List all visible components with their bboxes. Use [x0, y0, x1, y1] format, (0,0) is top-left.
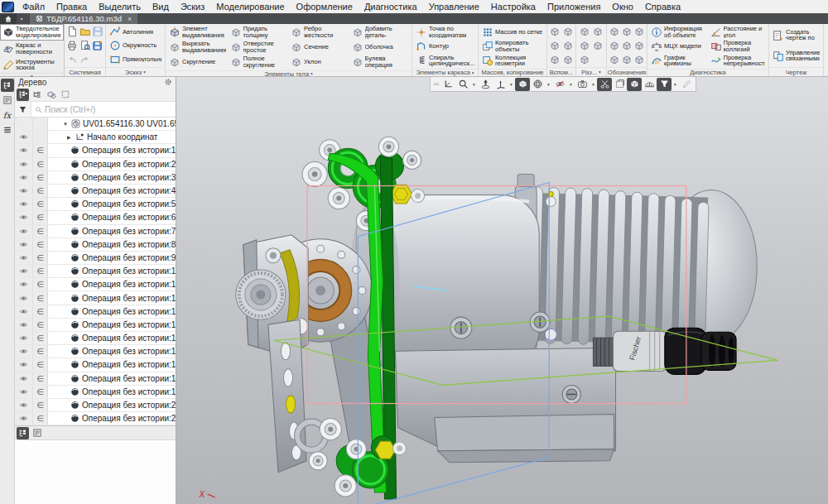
include-toggle[interactable]: ∈ [33, 319, 48, 331]
tree-bottom-params-view[interactable] [31, 427, 43, 439]
tool-contour-button[interactable]: Контур [414, 39, 476, 53]
group-dropdown-icon[interactable]: ▾ [143, 70, 146, 74]
viewport-pencil-edit-button[interactable] [679, 78, 694, 91]
tool-undo-button[interactable] [66, 52, 78, 66]
mode-solid-modeling[interactable]: Твердотельное моделирование [0, 24, 64, 41]
group-dropdown-icon[interactable]: ▾ [599, 70, 601, 74]
visibility-toggle[interactable] [15, 144, 33, 156]
visibility-toggle[interactable] [15, 305, 33, 318]
panel-button-tree-panel[interactable] [1, 79, 14, 92]
viewport-orient-view-button[interactable] [478, 78, 493, 91]
tool-open-folder-button[interactable] [79, 25, 90, 39]
viewport-render-mode-button[interactable] [627, 78, 642, 91]
menu-оформление[interactable]: Оформление [291, 1, 359, 12]
tool-rib-button[interactable]: Ребро жесткости [289, 25, 349, 40]
tool-rectangle-button[interactable]: Прямоугольник [108, 52, 163, 66]
include-toggle[interactable]: ∈ [33, 305, 48, 318]
viewport-3d[interactable]: ▾▾▾▾▾▾ [176, 77, 828, 504]
visibility-toggle[interactable] [15, 265, 33, 277]
tool-grid-array-button[interactable]: Массив по сетке [480, 25, 545, 39]
tree-row[interactable]: ∈ Операция без истории:1 [15, 144, 176, 157]
visibility-toggle[interactable] [15, 291, 33, 304]
tool-object-info-button[interactable]: Информация об объекте [649, 25, 708, 39]
tree-row[interactable]: ∈ Операция без истории:11 [15, 278, 176, 291]
menu-вид[interactable]: Вид [147, 1, 175, 12]
tool-save-button[interactable] [92, 25, 104, 39]
magnifier-dropdown-icon[interactable]: ▾ [470, 82, 478, 87]
tool-aux-axis-button[interactable] [549, 39, 561, 53]
include-toggle[interactable]: ∈ [33, 345, 48, 358]
model-3d-render[interactable]: Fischer [176, 77, 828, 504]
viewport-protractor-button[interactable] [642, 78, 657, 91]
tool-layout-area-button[interactable] [578, 52, 591, 66]
tool-full-fillet-button[interactable]: Полное скругление [229, 55, 289, 70]
viewport-axes-rotate-button[interactable] [493, 78, 508, 91]
include-toggle[interactable]: ∈ [33, 198, 48, 210]
include-toggle[interactable]: ∈ [33, 265, 48, 277]
tool-layout-zone-button[interactable] [578, 25, 591, 39]
visibility-toggle[interactable] [15, 158, 33, 170]
viewport-hide-objects-eye-button[interactable] [552, 78, 567, 91]
menu-окно[interactable]: Окно [606, 1, 639, 12]
include-toggle[interactable]: ∈ [33, 185, 48, 197]
visibility-toggle[interactable] [15, 319, 33, 331]
visibility-toggle[interactable] [15, 131, 33, 143]
include-toggle[interactable]: ∈ [33, 144, 48, 156]
tool-aux-lcs-button[interactable] [549, 52, 561, 66]
visibility-toggle[interactable] [15, 211, 33, 223]
visibility-toggle[interactable] [15, 332, 33, 344]
tree-row[interactable]: ∈ Операция без истории:19 [15, 386, 176, 399]
viewport-coord-system-button[interactable] [440, 78, 455, 91]
tree-row[interactable]: ∈ Операция без истории:6 [15, 211, 176, 224]
tree-row[interactable]: ▶ Начало координат [15, 131, 176, 144]
search-field[interactable] [31, 102, 176, 117]
tree-toolbar-selection-area[interactable] [59, 89, 71, 101]
tree-row[interactable]: ∈ Операция без истории:13 [15, 305, 176, 319]
include-toggle[interactable]: ∈ [33, 386, 48, 398]
menu-выделить[interactable]: Выделить [93, 1, 147, 12]
menu-настройка[interactable]: Настройка [485, 1, 542, 12]
tool-mass-properties-button[interactable]: МЦХ модели [649, 39, 708, 53]
tree-toolbar-tree-flat[interactable] [31, 89, 43, 101]
document-tab[interactable]: ТБДР.654116.30.m3d × [30, 13, 137, 24]
home-button[interactable] [0, 13, 17, 24]
tree-row[interactable]: ∈ Операция без истории:3 [15, 171, 176, 185]
tree-row[interactable]: ∈ Операция без истории:2 [15, 158, 176, 171]
tool-redo-button[interactable] [79, 52, 90, 66]
include-toggle[interactable]: ∈ [33, 171, 48, 184]
tool-autoline-button[interactable]: Автолиния [108, 25, 163, 39]
panel-button-list-panel[interactable] [1, 123, 14, 137]
tree-row[interactable]: ∈ Операция без истории:4 [15, 185, 176, 198]
tool-continuity-check-button[interactable]: Проверка непрерывности [709, 54, 768, 68]
tree-row[interactable]: ∈ Операция без истории:5 [15, 198, 176, 211]
tool-point-xyz-button[interactable]: Точка по координатам [414, 25, 476, 39]
viewport-magnifier-button[interactable] [455, 78, 470, 91]
tool-aux-curve-button[interactable] [562, 52, 575, 66]
visibility-toggle[interactable] [15, 198, 33, 210]
tool-linked-documents-button[interactable]: Управление связанными ч... [771, 46, 821, 66]
tool-designation-7-button[interactable] [633, 25, 645, 39]
tool-aux-plane-offset-button[interactable] [562, 25, 575, 39]
tool-thicken-button[interactable]: Придать толщину [229, 25, 289, 40]
include-toggle[interactable]: ∈ [33, 211, 48, 223]
include-toggle[interactable]: ∈ [33, 252, 48, 264]
tool-new-doc-button[interactable] [66, 25, 78, 39]
tool-designation-6-button[interactable] [621, 52, 633, 66]
search-input[interactable] [45, 105, 172, 114]
tool-save-as-button[interactable] [92, 39, 104, 53]
tool-designation-3-button[interactable] [609, 52, 620, 66]
tool-print-button[interactable] [66, 39, 78, 53]
viewport-shaded-cube-button[interactable] [515, 78, 530, 91]
tool-shell-button[interactable]: Оболочка [350, 40, 411, 55]
tool-aux-point-button[interactable] [562, 39, 575, 53]
tool-section-button[interactable]: Сечение [289, 40, 349, 55]
tool-designation-2-button[interactable] [609, 39, 620, 53]
viewport-clip-section-button[interactable] [597, 78, 612, 91]
menu-диагностика[interactable]: Диагностика [359, 1, 423, 12]
panel-button-fx-variables[interactable]: fx [1, 108, 14, 122]
gear-icon[interactable] [164, 78, 172, 88]
filter-dropdown-icon[interactable]: ▾ [672, 82, 679, 87]
include-toggle[interactable]: ∈ [33, 372, 48, 385]
viewport-wire-sphere-button[interactable] [530, 78, 545, 91]
visibility-toggle[interactable] [15, 171, 33, 184]
